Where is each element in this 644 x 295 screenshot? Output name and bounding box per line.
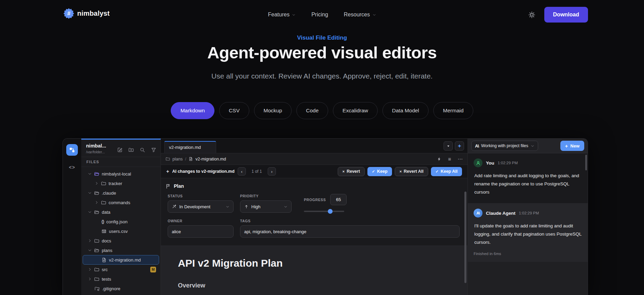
tags-input[interactable] xyxy=(240,225,460,238)
file-icon xyxy=(101,257,107,263)
mode-tab-mermaid[interactable]: Mermaid xyxy=(433,102,473,119)
agent-selector[interactable]: A\ Working with project files xyxy=(471,141,538,151)
nav-item-pricing[interactable]: Pricing xyxy=(311,12,328,18)
git-modified-badge: M xyxy=(150,267,156,272)
mode-tab-excalidraw[interactable]: Excalidraw xyxy=(333,102,378,119)
tree-item-tracker[interactable]: tracker xyxy=(83,179,159,188)
tree-item-claude[interactable]: .claude xyxy=(83,188,159,198)
mode-tab-csv[interactable]: CSV xyxy=(219,102,249,119)
progress-slider[interactable] xyxy=(304,209,344,214)
tree-item-data[interactable]: data xyxy=(83,207,159,217)
app-logo-icon[interactable] xyxy=(66,144,78,156)
workspace-name: nimbal... xyxy=(86,143,106,149)
nav-links: Features Pricing Resources xyxy=(268,0,376,29)
download-button[interactable]: Download xyxy=(544,7,588,23)
tree-item-label: data xyxy=(102,210,110,215)
tree-item-tests[interactable]: tests xyxy=(83,274,159,284)
slider-thumb[interactable] xyxy=(328,209,333,214)
mode-tab-data-model[interactable]: Data Model xyxy=(382,102,429,119)
document-preview: API v2 Migration Plan Overview xyxy=(161,246,467,295)
status-select[interactable]: In Development xyxy=(168,200,234,213)
mode-tab-mockup[interactable]: Mockup xyxy=(254,102,292,119)
theme-toggle-sun-icon[interactable] xyxy=(528,11,535,18)
bolt-icon[interactable] xyxy=(437,157,442,161)
files-section-header: FILES xyxy=(81,157,160,167)
more-options-icon[interactable]: ⋯ xyxy=(458,156,463,161)
chevron-down-icon xyxy=(284,205,288,209)
revert-all-button[interactable]: ×Revert All xyxy=(395,167,428,176)
editor-pane: v2-migration.md plans / v2-migration.md … xyxy=(161,139,467,295)
message-text: I'll update the goals to add rate limiti… xyxy=(474,222,582,247)
message-timestamp: 1:02:29 PM xyxy=(519,211,539,215)
plan-fields-row-2: OWNER TAGS xyxy=(165,219,460,238)
plus-diff-icon: + xyxy=(166,169,169,174)
tree-item-label: .claude xyxy=(102,191,116,196)
tree-item-v2-migration-md[interactable]: v2-migration.md xyxy=(83,255,159,265)
brand-starburst-icon: # xyxy=(64,8,74,19)
chevron-down-icon xyxy=(88,210,92,214)
chevron-right-icon xyxy=(95,200,99,205)
progress-label: PROGRESS xyxy=(304,198,326,202)
chevron-right-icon xyxy=(88,267,92,271)
chat-message-user: You 1:02:29 PM Add rate limiting and aud… xyxy=(468,153,588,203)
tree-item-nimbalyst-local[interactable]: nimbalyst-local xyxy=(83,169,159,179)
chat-header: A\ Working with project files + New xyxy=(468,139,588,153)
keep-all-button[interactable]: ✓Keep All xyxy=(431,167,462,176)
tree-item-users-csv[interactable]: users.csv xyxy=(83,226,159,236)
brand-logo[interactable]: # nimbalyst xyxy=(64,8,110,19)
tree-item-src[interactable]: src M xyxy=(83,265,159,274)
revert-label: Revert xyxy=(347,169,360,174)
folder-open-icon xyxy=(94,171,99,177)
nav-item-resources[interactable]: Resources xyxy=(344,12,376,18)
new-folder-icon[interactable] xyxy=(128,147,134,153)
priority-select[interactable]: High xyxy=(240,200,292,213)
tab-v2-migration-md[interactable]: v2-migration.md xyxy=(164,141,216,153)
search-icon[interactable] xyxy=(140,147,145,153)
caret-down-icon xyxy=(446,144,450,148)
check-icon: ✓ xyxy=(435,169,438,174)
tree-item-config-json[interactable]: { } config.json xyxy=(83,217,159,226)
mode-tab-code[interactable]: Code xyxy=(296,102,328,119)
mode-tab-markdown[interactable]: Markdown xyxy=(171,102,214,119)
message-timestamp: 1:02:29 PM xyxy=(498,161,518,165)
prev-change-button[interactable]: ‹ xyxy=(238,167,246,175)
tab-bar-buttons xyxy=(444,141,464,151)
new-file-icon[interactable] xyxy=(117,147,123,153)
tree-item-docs[interactable]: docs xyxy=(83,236,159,245)
tree-item-label: docs xyxy=(102,238,111,243)
json-braces-icon: { } xyxy=(101,219,104,224)
keep-button[interactable]: ✓Keep xyxy=(367,167,392,176)
tab-list-dropdown-button[interactable] xyxy=(444,141,453,151)
ai-new-tab-button[interactable] xyxy=(455,141,464,151)
owner-input[interactable] xyxy=(168,225,234,238)
revert-button[interactable]: ×Revert xyxy=(338,167,365,176)
tree-item-plans[interactable]: plans xyxy=(83,245,159,255)
user-avatar xyxy=(474,158,482,167)
code-view-icon[interactable]: <> xyxy=(69,165,75,170)
nav-item-resources-label: Resources xyxy=(344,12,370,18)
editor-scrollbar[interactable] xyxy=(464,192,466,283)
new-chat-button[interactable]: + New xyxy=(560,141,585,151)
keep-label: Keep xyxy=(377,169,388,174)
outline-list-icon[interactable]: ≡ xyxy=(448,156,451,161)
file-sidebar: nimbal... /var/folder... FILES nimbalyst… xyxy=(81,139,161,295)
filter-icon[interactable] xyxy=(151,147,156,153)
tree-item-gitignore[interactable]: .gitignore xyxy=(83,284,159,293)
breadcrumb-folder[interactable]: plans xyxy=(172,157,183,161)
chevron-right-icon xyxy=(88,239,92,243)
top-nav: # nimbalyst Features Pricing Resources D… xyxy=(0,0,644,29)
chat-scrollbar[interactable] xyxy=(585,155,587,170)
tree-item-commands[interactable]: commands xyxy=(83,198,159,207)
chevron-right-icon xyxy=(95,181,99,185)
folder-open-icon xyxy=(94,248,99,253)
breadcrumb-file[interactable]: v2-migration.md xyxy=(195,157,226,161)
nav-item-features[interactable]: Features xyxy=(268,12,296,18)
workspace-path: /var/folder... xyxy=(86,150,106,154)
next-change-button[interactable]: › xyxy=(268,167,276,175)
chevron-down-icon xyxy=(226,205,229,209)
check-icon: ✓ xyxy=(372,169,375,174)
tree-item-label: .gitignore xyxy=(102,286,120,291)
slider-track[interactable] xyxy=(304,211,344,212)
progress-value-box[interactable]: 65 xyxy=(330,194,347,205)
app-demo-window: <> nimbal... /var/folder... FILES nimbal… xyxy=(62,138,588,295)
